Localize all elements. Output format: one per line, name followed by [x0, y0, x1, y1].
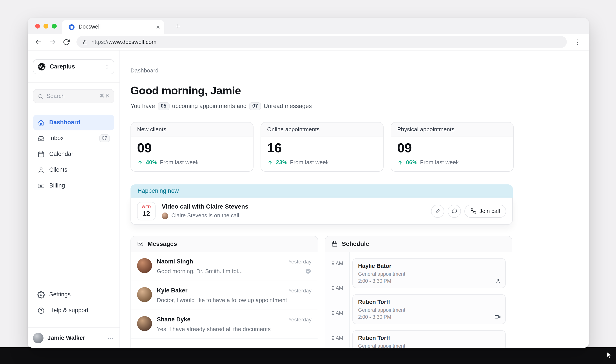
- summary-text: You have: [131, 103, 155, 110]
- message-list-item[interactable]: Shane Dyke Yesterday Yes, I have already…: [131, 310, 318, 339]
- event-date-badge: WED 12: [137, 202, 156, 220]
- stat-card-physical-appointments: Physical appointments 09 06% From last w…: [391, 122, 514, 172]
- sidebar-item-label: Help & support: [49, 307, 89, 314]
- sidebar-item-clients[interactable]: Clients: [33, 162, 114, 178]
- search-placeholder: Search: [47, 93, 96, 99]
- sidebar-item-label: Settings: [49, 291, 71, 298]
- gear-icon: [37, 291, 45, 298]
- stats-row: New clients 09 40% From last week Online…: [131, 122, 514, 172]
- sidebar-nav: Dashboard Inbox 07 Calendar: [33, 115, 114, 194]
- appointments-count-badge: 05: [158, 102, 170, 110]
- inbox-count-badge: 07: [99, 135, 110, 142]
- inbox-icon: [37, 135, 45, 142]
- address-bar[interactable]: https://www.docswell.com: [77, 36, 567, 48]
- appointment-name: Ruben Torff: [358, 299, 500, 305]
- stat-delta: 06%: [406, 159, 417, 166]
- message-time: Yesterday: [288, 259, 311, 265]
- appointment-card[interactable]: Ruben Torff General appointment: [352, 330, 506, 348]
- phone-icon: [470, 208, 476, 214]
- window-close-button[interactable]: [35, 24, 40, 28]
- time-label: 9 AM: [325, 286, 350, 292]
- sidebar-footer-nav: Settings Help & support: [33, 287, 114, 318]
- message-list-item[interactable]: Kyle Baker Yesterday Doctor, I would lik…: [131, 281, 318, 310]
- messages-panel: Messages Naomi Singh Yesterday Good morn…: [131, 236, 318, 348]
- sidebar-item-label: Billing: [49, 182, 65, 189]
- stat-card-online-appointments: Online appointments 16 23% From last wee…: [261, 122, 384, 172]
- stat-title: Physical appointments: [391, 122, 513, 137]
- tab-title: Docswell: [79, 24, 152, 30]
- sidebar-item-billing[interactable]: Billing: [33, 178, 114, 194]
- browser-menu-icon[interactable]: ⋮: [573, 38, 582, 46]
- window-controls: [35, 24, 57, 28]
- appointment-time: 2:00 - 3:30 PM: [358, 279, 500, 285]
- avatar: [137, 258, 152, 273]
- time-gutter: 9 AM 9 AM 9 AM 9 AM: [325, 252, 350, 348]
- user-more-icon[interactable]: ⋯: [108, 334, 114, 342]
- time-label: 9 AM: [325, 336, 350, 342]
- panel-title: Messages: [148, 240, 177, 248]
- stat-delta: 40%: [146, 159, 157, 166]
- lock-icon: [83, 39, 88, 45]
- edit-button[interactable]: [431, 204, 444, 218]
- stat-delta-label: From last week: [420, 159, 459, 166]
- appointment-name: Haylie Bator: [358, 262, 500, 269]
- sidebar-divider: [28, 327, 120, 327]
- message-list-item[interactable]: Naomi Singh Yesterday Good morning, Dr. …: [131, 252, 318, 281]
- search-input[interactable]: Search ⌘ K: [33, 89, 114, 103]
- message-preview: Yes, I have already shared all the docum…: [157, 326, 271, 333]
- browser-window: Docswell × + https://www.docswell.com: [28, 18, 589, 348]
- avatar: [137, 316, 152, 331]
- desktop-bottom-band: [0, 347, 616, 364]
- appointment-card[interactable]: Ruben Torff General appointment 2:00 - 3…: [352, 294, 506, 324]
- sidebar-item-label: Clients: [49, 166, 67, 173]
- sidebar-item-calendar[interactable]: Calendar: [33, 146, 114, 162]
- join-call-label: Join call: [479, 208, 500, 214]
- avatar: [162, 212, 168, 219]
- window-minimize-button[interactable]: [43, 24, 48, 28]
- sidebar-item-help[interactable]: Help & support: [33, 302, 114, 318]
- calendar-icon: [331, 241, 338, 247]
- new-tab-button[interactable]: +: [173, 21, 183, 32]
- chevron-updown-icon: [104, 64, 110, 70]
- happening-now-section: Happening now WED 12 Video call with Cla…: [131, 184, 513, 225]
- calendar-icon: [37, 150, 45, 158]
- message-sender: Shane Dyke: [157, 316, 190, 323]
- reload-icon[interactable]: [63, 39, 70, 45]
- time-label: 9 AM: [325, 311, 350, 317]
- workspace-selector[interactable]: Careplus: [33, 59, 114, 74]
- stat-card-new-clients: New clients 09 40% From last week: [131, 122, 254, 172]
- check-circle-icon: [305, 268, 311, 275]
- avatar: [33, 333, 43, 343]
- sidebar-item-label: Dashboard: [49, 119, 80, 126]
- user-menu[interactable]: Jamie Walker ⋯: [33, 332, 114, 345]
- sidebar-item-label: Inbox: [49, 135, 64, 142]
- event-date: 12: [143, 209, 150, 217]
- forward-icon[interactable]: [49, 38, 56, 46]
- schedule-body: 9 AM 9 AM 9 AM 9 AM Haylie Bator General…: [325, 252, 512, 348]
- browser-tab[interactable]: Docswell ×: [62, 20, 164, 34]
- url-text: https://www.docswell.com: [91, 39, 156, 45]
- stat-value: 16: [261, 137, 383, 156]
- stat-delta: 23%: [276, 159, 287, 166]
- video-icon: [494, 313, 501, 320]
- trend-up-icon: [397, 159, 403, 166]
- breadcrumb: Dashboard: [131, 67, 158, 74]
- appointment-type: General appointment: [358, 271, 500, 277]
- avatar: [137, 287, 152, 302]
- appointment-name: Ruben Torff: [358, 335, 500, 341]
- url-prefix: https://: [91, 39, 108, 45]
- appointment-card[interactable]: Haylie Bator General appointment 2:00 - …: [352, 258, 506, 288]
- sidebar-item-inbox[interactable]: Inbox 07: [33, 130, 114, 146]
- messages-count-badge: 07: [249, 102, 261, 110]
- main-content: Dashboard Good morning, Jamie You have 0…: [120, 51, 589, 348]
- tab-close-icon[interactable]: ×: [156, 23, 160, 31]
- back-icon[interactable]: [35, 38, 42, 46]
- sidebar-item-settings[interactable]: Settings: [33, 287, 114, 302]
- window-zoom-button[interactable]: [52, 24, 57, 28]
- sidebar-item-dashboard[interactable]: Dashboard: [33, 115, 114, 130]
- chat-button[interactable]: [448, 204, 461, 218]
- appointment-type: General appointment: [358, 307, 500, 313]
- join-call-button[interactable]: Join call: [464, 204, 506, 218]
- user-name: Jamie Walker: [47, 335, 104, 342]
- appointment-time: 2:00 - 3:30 PM: [358, 315, 500, 321]
